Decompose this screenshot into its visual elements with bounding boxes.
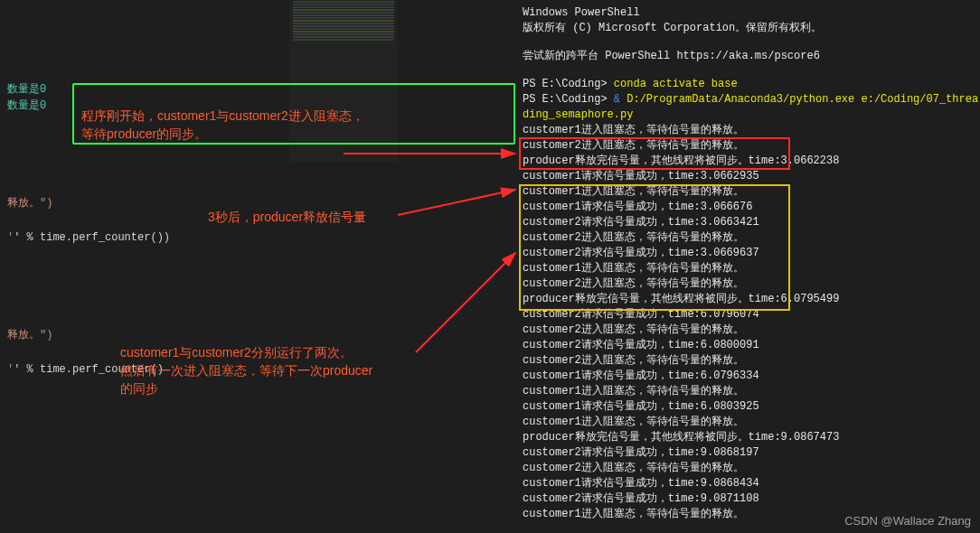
editor-panel: 数量是0 数量是0 释放。") '' % time.perf_counter()…: [0, 0, 398, 533]
output-text: 数量是0: [7, 99, 46, 112]
annotation-text-3: customer1与customer2分别运行了两次。 然后有一次进入阻塞态，等…: [120, 343, 482, 397]
terminal-line: customer1进入阻塞态，等待信号量的释放。: [523, 415, 980, 430]
terminal-prompt: PS E:\Coding> & D:/ProgramData/Anaconda3…: [523, 92, 980, 123]
terminal-line: customer1请求信号量成功，time:3.0662935: [523, 169, 980, 184]
terminal-line: customer2请求信号量成功，time:9.0871108: [523, 491, 980, 507]
terminal-header: 版权所有 (C) Microsoft Corporation。保留所有权利。: [523, 21, 980, 36]
annotation-text-1: 程序刚开始，customer1与customer2进入阻塞态， 等待produc…: [81, 107, 479, 143]
terminal-header: Windows PowerShell: [523, 5, 980, 21]
terminal-line: customer2进入阻塞态，等待信号量的释放。: [523, 323, 980, 338]
terminal-prompt: PS E:\Coding> conda activate base: [523, 77, 980, 92]
terminal-line: producer释放完信号量，其他线程将被同步。time:9.0867473: [523, 430, 980, 445]
annotation-box-yellow: [519, 184, 790, 311]
code-string: 释放。"): [7, 329, 52, 341]
terminal-line: customer2请求信号量成功，time:9.0868197: [523, 445, 980, 461]
terminal-header: 尝试新的跨平台 PowerShell https://aka.ms/pscore…: [523, 49, 980, 64]
watermark: CSDN @Wallace Zhang: [844, 514, 971, 528]
svg-line-2: [416, 253, 515, 352]
terminal-line: customer2进入阻塞态，等待信号量的释放。: [523, 461, 980, 476]
terminal-line: customer1进入阻塞态，等待信号量的释放。: [523, 123, 980, 138]
code-expr: ' % time.perf_counter()): [14, 231, 170, 244]
terminal-line: customer2请求信号量成功，time:6.0800091: [523, 338, 980, 353]
terminal-line: customer1请求信号量成功，time:6.0803925: [523, 399, 980, 415]
terminal-output: customer1进入阻塞态，等待信号量的释放。customer2进入阻塞态，等…: [523, 123, 980, 522]
terminal-line: customer1请求信号量成功，time:6.0796334: [523, 369, 980, 384]
annotation-text-2: 3秒后，producer释放信号量: [208, 208, 479, 226]
terminal-line: customer2进入阻塞态，等待信号量的释放。: [523, 353, 980, 369]
code-string: 释放。"): [7, 197, 52, 210]
output-text: 数量是0: [7, 83, 46, 96]
annotation-box-red: [519, 137, 790, 170]
terminal-line: customer1进入阻塞态，等待信号量的释放。: [523, 384, 980, 399]
terminal-line: customer1请求信号量成功，time:9.0868434: [523, 476, 980, 491]
